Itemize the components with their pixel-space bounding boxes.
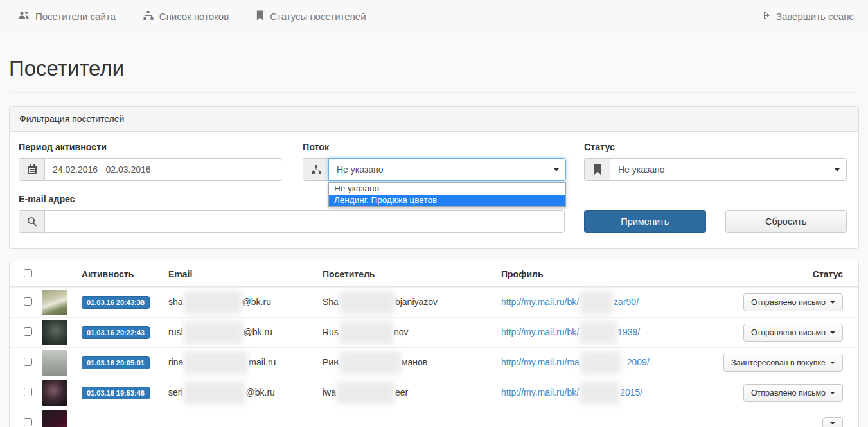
censored-blur xyxy=(184,321,243,344)
censored-blur xyxy=(184,351,248,374)
row-checkbox[interactable] xyxy=(24,297,32,306)
nav-item-sitemap[interactable]: Список потоков xyxy=(143,10,229,22)
censored-blur xyxy=(339,321,393,344)
status-select[interactable]: Не указано xyxy=(610,158,847,181)
users-icon xyxy=(18,10,30,22)
email-cell: rusl@bk.ru xyxy=(168,321,323,344)
email-cell: seri@bk.ru xyxy=(168,381,323,405)
status-select-value: Не указано xyxy=(618,164,665,175)
caret-down-icon xyxy=(830,301,835,304)
row-checkbox[interactable] xyxy=(24,418,32,426)
sign-out-icon xyxy=(760,10,770,22)
row-checkbox[interactable] xyxy=(24,327,32,336)
stream-label: Поток xyxy=(303,142,566,152)
status-dropdown-button[interactable]: Отправлено письмо xyxy=(743,293,843,311)
avatar xyxy=(42,320,67,345)
activity-badge: 01.03.16 20:22:43 xyxy=(82,326,150,339)
bookmark-icon xyxy=(256,10,264,22)
activity-badge: 01.03.16 20:43:38 xyxy=(82,296,150,309)
header-visitor: Посетитель xyxy=(323,269,501,279)
header-status: Статус xyxy=(723,269,858,279)
censored-blur xyxy=(580,381,619,405)
stream-select[interactable]: Не указано xyxy=(328,158,566,181)
visitors-table: Активность Email Посетитель Профиль Стат… xyxy=(9,261,859,427)
table-row-partial xyxy=(10,408,858,427)
period-input[interactable] xyxy=(44,158,283,181)
censored-blur xyxy=(339,351,401,374)
status-dropdown-button[interactable] xyxy=(822,417,843,427)
avatar xyxy=(42,380,67,406)
activity-badge: 01.03.16 19:53:46 xyxy=(82,387,150,399)
caret-down-icon xyxy=(830,362,835,364)
status-dropdown-button[interactable]: Заинтересован в покупке xyxy=(723,354,843,372)
logout-label: Завершить сеанс xyxy=(776,11,854,22)
status-dropdown-button[interactable]: Отправлено письмо xyxy=(743,324,843,342)
row-checkbox[interactable] xyxy=(24,358,32,366)
stream-select-value: Не указано xyxy=(337,164,384,175)
visitor-cell: iwaeer xyxy=(323,381,501,405)
stream-option[interactable]: Не указано xyxy=(329,183,565,195)
visitor-cell: Shabjaniyazov xyxy=(323,291,501,314)
avatar xyxy=(42,350,67,376)
status-label: Статус xyxy=(584,142,847,152)
caret-down-icon xyxy=(830,392,835,394)
profile-link[interactable]: http://my.mail.ru/bk/1939/ xyxy=(501,327,640,337)
profile-link[interactable]: http://my.mail.ru/ma_2009/ xyxy=(501,357,650,367)
censored-blur xyxy=(580,321,617,344)
period-label: Период активности xyxy=(19,142,283,152)
filter-panel: Фильтрация посетителей Период активности… xyxy=(9,106,859,249)
search-icon xyxy=(19,210,44,233)
profile-link[interactable]: http://my.mail.ru/bk/zar90/ xyxy=(501,297,639,307)
table-header-row: Активность Email Посетитель Профиль Стат… xyxy=(10,261,858,287)
nav-item-bookmark[interactable]: Статусы посетителей xyxy=(256,10,366,22)
table-row: 01.03.16 20:05:01 rinamail.ru Ринманов h… xyxy=(10,347,858,378)
censored-blur xyxy=(580,351,621,374)
row-checkbox[interactable] xyxy=(24,388,32,396)
email-cell: sha@bk.ru xyxy=(168,291,323,314)
page-header: Посетители xyxy=(9,33,859,93)
caret-down-icon xyxy=(830,422,835,424)
stream-option[interactable]: Лендинг. Продажа цветов xyxy=(329,195,565,206)
censored-blur xyxy=(339,291,394,314)
email-cell: rinamail.ru xyxy=(168,351,323,374)
censored-blur xyxy=(580,291,613,314)
reset-button[interactable]: Сбросить xyxy=(725,210,847,233)
profile-link[interactable]: http://my.mail.ru/bk/2015/ xyxy=(501,387,642,397)
censored-blur xyxy=(184,291,242,314)
filter-panel-title: Фильтрация посетителей xyxy=(10,107,858,132)
censored-blur xyxy=(184,381,245,405)
nav-item-users[interactable]: Посетители сайта xyxy=(18,10,116,22)
avatar xyxy=(42,290,67,315)
sitemap-icon xyxy=(143,10,154,22)
status-dropdown-button[interactable]: Отправлено письмо xyxy=(743,384,843,402)
header-activity: Активность xyxy=(82,269,168,279)
chevron-down-icon xyxy=(554,168,559,171)
page-title: Посетители xyxy=(9,57,859,81)
calendar-icon xyxy=(19,158,44,181)
table-row: 01.03.16 20:43:38 sha@bk.ru Shabjaniyazo… xyxy=(10,287,858,317)
avatar xyxy=(42,410,67,427)
header-profile: Профиль xyxy=(501,269,723,279)
top-navbar: Посетители сайта Список потоков Статусы … xyxy=(0,0,868,33)
table-row: 01.03.16 20:22:43 rusl@bk.ru Rusnov http… xyxy=(10,317,858,347)
caret-down-icon xyxy=(830,331,835,334)
bookmark-icon xyxy=(584,158,610,181)
select-all-checkbox[interactable] xyxy=(24,269,32,277)
chevron-down-icon xyxy=(835,168,840,171)
logout-button[interactable]: Завершить сеанс xyxy=(760,10,854,22)
sitemap-icon xyxy=(303,158,328,181)
apply-button[interactable]: Применить xyxy=(584,210,706,233)
stream-dropdown-list: Не указаноЛендинг. Продажа цветов xyxy=(328,182,566,207)
censored-blur xyxy=(337,381,394,405)
header-email: Email xyxy=(168,269,323,279)
activity-badge: 01.03.16 20:05:01 xyxy=(82,356,150,369)
visitor-cell: Rusnov xyxy=(323,321,501,344)
table-row: 01.03.16 19:53:46 seri@bk.ru iwaeer http… xyxy=(10,378,858,408)
visitor-cell: Ринманов xyxy=(323,351,501,374)
nav-menu: Посетители сайта Список потоков Статусы … xyxy=(18,10,366,22)
email-input[interactable] xyxy=(44,210,565,233)
